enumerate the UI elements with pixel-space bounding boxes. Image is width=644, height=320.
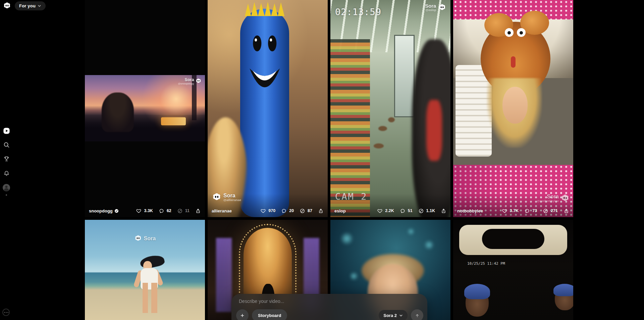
video-card-darkcar[interactable]: 10/25/25 11:42 PM — [453, 220, 573, 320]
sora-watermark: Sora — [134, 235, 156, 243]
comment-icon — [159, 208, 164, 214]
share-button[interactable] — [318, 208, 324, 214]
video-card-notbobbylee[interactable]: Sora @notbobbylee notbobbylee 3.7K 73 — [453, 0, 573, 217]
art-shape — [426, 100, 442, 161]
art-shape — [549, 284, 573, 316]
video-timestamp: 10/25/25 11:42 PM — [467, 261, 505, 266]
model-selector[interactable]: Sora 2 — [379, 310, 408, 320]
sidebar-item-profile[interactable] — [2, 184, 10, 192]
storyboard-button[interactable]: Storyboard — [252, 309, 287, 320]
share-button[interactable] — [564, 208, 569, 214]
heart-icon — [502, 208, 507, 214]
chevron-down-icon — [38, 4, 41, 8]
prompt-input[interactable] — [239, 299, 413, 304]
share-button[interactable] — [441, 208, 446, 214]
like-count: 3.7K — [510, 208, 519, 213]
comment-count: 62 — [167, 208, 171, 213]
art-shape — [340, 232, 354, 245]
sidebar-item-leaderboard[interactable] — [2, 155, 10, 163]
like-button[interactable]: 970 — [260, 208, 275, 214]
art-shape — [502, 87, 528, 124]
remix-count: 11 — [185, 208, 190, 213]
video-username[interactable]: allieranae — [212, 208, 232, 213]
feed-selector[interactable]: For you — [15, 1, 46, 10]
heart-icon — [377, 208, 383, 214]
help-button[interactable] — [2, 309, 10, 316]
remix-icon — [177, 208, 183, 214]
remix-button[interactable]: 87 — [300, 208, 312, 214]
share-icon — [195, 208, 201, 214]
remix-icon — [300, 208, 305, 214]
video-username[interactable]: notbobbylee — [457, 208, 483, 213]
like-count: 3.3K — [144, 208, 153, 213]
video-username[interactable]: snoopdogg — [89, 208, 119, 213]
username-text: snoopdogg — [89, 208, 113, 213]
remix-count: 87 — [308, 208, 312, 213]
art-shape — [459, 284, 495, 320]
like-button[interactable]: 3.3K — [136, 208, 153, 214]
art-shape — [407, 228, 415, 235]
share-icon — [441, 208, 446, 214]
art-shape — [464, 284, 490, 299]
video-card-eslop[interactable]: 02:13:59 CAM 2 Sora @eslop eslop 2.2K — [330, 0, 450, 217]
art-shape — [161, 117, 186, 125]
username-text: notbobbylee — [457, 208, 483, 213]
art-shape — [424, 240, 434, 250]
remix-button[interactable]: 271 — [543, 208, 558, 214]
comment-icon — [281, 208, 287, 214]
trophy-icon — [3, 155, 10, 163]
model-label: Sora 2 — [383, 313, 397, 318]
heart-icon — [260, 208, 266, 214]
art-shape — [517, 28, 526, 37]
storyboard-label: Storyboard — [258, 313, 281, 318]
feed-selector-label: For you — [19, 3, 36, 8]
ellipsis-circle-icon — [4, 312, 5, 313]
video-username[interactable]: eslop — [334, 208, 346, 213]
art-shape — [378, 126, 387, 131]
sora-logo[interactable] — [3, 2, 11, 10]
chevron-down-icon — [399, 314, 403, 317]
comment-button[interactable]: 73 — [524, 208, 537, 214]
cctv-timestamp: 02:13:59 — [335, 7, 381, 17]
share-button[interactable] — [195, 208, 201, 214]
video-card-beach[interactable]: Sora — [85, 220, 205, 320]
comment-button[interactable]: 51 — [400, 208, 413, 214]
share-icon — [564, 208, 569, 214]
sora-cloud-icon — [3, 2, 11, 10]
heart-icon — [136, 208, 142, 214]
sidebar-item-search[interactable] — [2, 141, 10, 149]
sidebar-item-feed[interactable] — [2, 127, 10, 135]
art-shape — [374, 143, 384, 148]
remix-button[interactable]: 11 — [177, 208, 190, 214]
username-text: allieranae — [212, 208, 232, 213]
art-shape — [388, 117, 395, 122]
art-shape — [192, 75, 197, 120]
comment-button[interactable]: 20 — [281, 208, 294, 214]
like-button[interactable]: 3.7K — [502, 208, 519, 214]
profile-status-dot — [6, 194, 7, 196]
sidebar-item-notifications[interactable] — [2, 169, 10, 177]
like-count: 2.2K — [385, 208, 394, 213]
comment-count: 20 — [289, 208, 294, 213]
remix-button[interactable]: 1.1K — [418, 208, 435, 214]
like-button[interactable]: 2.2K — [377, 208, 394, 214]
send-button[interactable] — [411, 309, 423, 320]
video-card-snoopdogg[interactable]: Sora @snoopdogg snoopdogg 3.3K 62 — [85, 0, 205, 217]
avatar — [2, 184, 10, 192]
bell-icon — [3, 170, 10, 177]
search-icon — [3, 141, 10, 148]
share-icon — [318, 208, 324, 214]
video-card-allieranae[interactable]: Sora @allieranae allieranae 970 20 87 — [208, 0, 328, 217]
comment-icon — [524, 208, 530, 214]
video-thumbnail: Sora @snoopdogg — [85, 75, 205, 141]
art-shape — [553, 284, 573, 296]
arrow-up-icon — [415, 313, 420, 318]
comment-count: 51 — [408, 208, 413, 213]
comment-count: 73 — [532, 208, 537, 213]
add-attachment-button[interactable]: + — [236, 309, 249, 320]
art-shape — [102, 92, 134, 132]
remix-icon — [543, 208, 548, 214]
comment-button[interactable]: 62 — [159, 208, 171, 214]
video-thumbnail: Sora — [85, 220, 205, 320]
prompt-composer: + Storyboard Sora 2 — [231, 294, 427, 320]
